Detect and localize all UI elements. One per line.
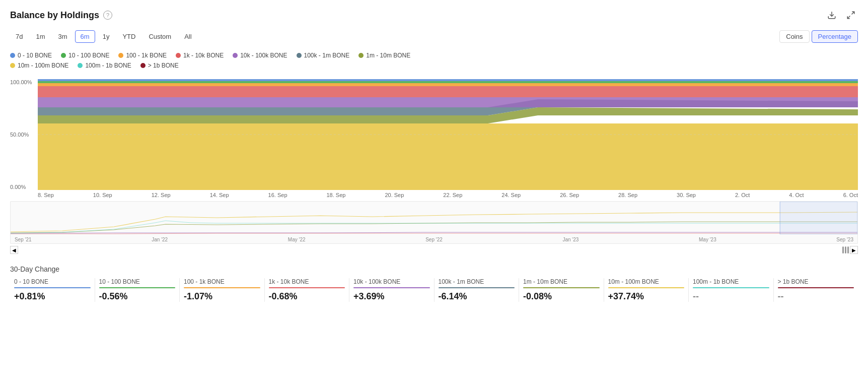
- controls-row: 7d 1m 3m 6m 1y YTD Custom All Coins Perc…: [10, 30, 858, 43]
- change-col-line-0: [14, 287, 91, 288]
- svg-rect-12: [780, 202, 857, 234]
- legend-label-7: 10m - 100m BONE: [18, 62, 68, 69]
- svg-marker-3: [38, 123, 858, 190]
- mini-x-jan23: Jan '23: [562, 237, 578, 242]
- change-col-line-4: [353, 287, 430, 288]
- legend-label-1: 10 - 100 BONE: [68, 52, 109, 59]
- x-label-14: 6. Oct: [843, 192, 858, 198]
- change-col-value-5: -6.14%: [439, 291, 515, 302]
- time-filter-1y[interactable]: 1y: [97, 30, 115, 43]
- time-filter-3m[interactable]: 3m: [53, 30, 73, 43]
- change-col-line-2: [184, 287, 260, 288]
- page-title: Balance by Holdings: [10, 10, 99, 21]
- svg-line-2: [847, 16, 850, 19]
- change-col-5: 100k - 1m BONE -6.14%: [435, 278, 520, 302]
- change-col-line-7: [608, 287, 685, 288]
- x-label-6: 20. Sep: [385, 192, 404, 198]
- legend-dot-3: [176, 53, 181, 58]
- change-col-value-2: -1.07%: [184, 291, 260, 302]
- legend-label-0: 0 - 10 BONE: [18, 52, 52, 59]
- time-filter-6m[interactable]: 6m: [75, 30, 95, 43]
- change-col-name-5: 100k - 1m BONE: [439, 278, 515, 285]
- download-button[interactable]: [825, 8, 839, 22]
- change-col-1: 10 - 100 BONE -0.56%: [95, 278, 180, 302]
- main-chart-svg: [38, 79, 858, 190]
- svg-marker-7: [38, 86, 858, 97]
- x-label-4: 16. Sep: [268, 192, 287, 198]
- mini-chart-container[interactable]: Sep '21 Jan '22 May '22 Sep '22 Jan '23 …: [10, 201, 858, 244]
- page-container: Balance by Holdings ?: [0, 0, 868, 384]
- change-col-7: 10m - 100m BONE +37.74%: [604, 278, 689, 302]
- legend-dot-1: [61, 53, 66, 58]
- legend-item-3: 1k - 10k BONE: [176, 52, 224, 59]
- x-label-10: 28. Sep: [618, 192, 637, 198]
- time-filters: 7d 1m 3m 6m 1y YTD Custom All: [10, 30, 197, 43]
- legend-label-6: 1m - 10m BONE: [366, 52, 410, 59]
- legend-item-5: 100k - 1m BONE: [297, 52, 350, 59]
- y-label-mid: 50.00%: [10, 132, 38, 138]
- change-col-3: 1k - 10k BONE -0.68%: [265, 278, 350, 302]
- time-filter-1m[interactable]: 1m: [30, 30, 50, 43]
- scroll-right-button[interactable]: ▶: [850, 246, 858, 254]
- change-section: 30-Day Change 0 - 10 BONE +0.81% 10 - 10…: [10, 261, 858, 302]
- change-col-line-5: [439, 287, 515, 288]
- change-col-name-4: 10k - 100k BONE: [353, 278, 430, 285]
- mini-x-sep23: Sep '23: [836, 237, 853, 242]
- legend-dot-7: [10, 63, 15, 68]
- change-col-6: 1m - 10m BONE -0.08%: [519, 278, 604, 302]
- change-col-name-3: 1k - 10k BONE: [269, 278, 345, 285]
- expand-button[interactable]: [844, 8, 858, 22]
- mini-x-sep22: Sep '22: [425, 237, 443, 242]
- x-label-7: 22. Sep: [443, 192, 462, 198]
- change-col-name-1: 10 - 100 BONE: [99, 278, 176, 285]
- change-col-line-1: [99, 287, 176, 288]
- x-label-9: 26. Sep: [560, 192, 579, 198]
- header-left: Balance by Holdings ?: [10, 10, 112, 21]
- view-percentage-button[interactable]: Percentage: [812, 30, 858, 43]
- x-label-12: 2. Oct: [735, 192, 750, 198]
- legend-dot-0: [10, 53, 15, 58]
- legend-item-7: 10m - 100m BONE: [10, 62, 68, 69]
- time-filter-ytd[interactable]: YTD: [117, 30, 141, 43]
- legend-item-2: 100 - 1k BONE: [118, 52, 167, 59]
- x-label-2: 12. Sep: [152, 192, 171, 198]
- time-filter-custom[interactable]: Custom: [143, 30, 177, 43]
- mini-x-jan22: Jan '22: [152, 237, 168, 242]
- time-filter-7d[interactable]: 7d: [10, 30, 28, 43]
- change-col-value-3: -0.68%: [269, 291, 345, 302]
- view-coins-button[interactable]: Coins: [779, 30, 809, 43]
- legend-label-5: 100k - 1m BONE: [304, 52, 350, 59]
- legend-item-6: 1m - 10m BONE: [358, 52, 410, 59]
- change-col-name-9: > 1b BONE: [778, 278, 854, 285]
- mini-chart-svg: [11, 202, 857, 234]
- change-col-value-1: -0.56%: [99, 291, 176, 302]
- legend-item-4: 10k - 100k BONE: [233, 52, 287, 59]
- info-icon[interactable]: ?: [103, 11, 112, 20]
- scroll-handle-3: [847, 246, 849, 253]
- svg-marker-6: [38, 97, 858, 107]
- x-label-1: 10. Sep: [93, 192, 112, 198]
- legend-item-8: 100m - 1b BONE: [78, 62, 131, 69]
- scroll-left-button[interactable]: ◀: [10, 246, 18, 254]
- scroll-controls: ◀ ▶: [10, 246, 858, 254]
- legend-label-8: 100m - 1b BONE: [85, 62, 131, 69]
- change-col-name-6: 1m - 10m BONE: [523, 278, 600, 285]
- change-col-value-8: --: [693, 291, 769, 302]
- mini-x-may23: May '23: [699, 237, 716, 242]
- change-col-line-8: [693, 287, 769, 288]
- y-label-bottom: 0.00%: [10, 184, 38, 190]
- change-col-8: 100m - 1b BONE --: [689, 278, 774, 302]
- legend-dot-2: [118, 53, 123, 58]
- header: Balance by Holdings ?: [10, 8, 858, 22]
- change-col-value-9: --: [778, 291, 854, 302]
- svg-marker-10: [38, 79, 858, 81]
- change-col-value-4: +3.69%: [353, 291, 430, 302]
- time-filter-all[interactable]: All: [179, 30, 197, 43]
- change-col-4: 10k - 100k BONE +3.69%: [349, 278, 435, 302]
- legend-dot-9: [140, 63, 146, 68]
- change-col-9: > 1b BONE --: [774, 278, 858, 302]
- x-label-5: 18. Sep: [327, 192, 346, 198]
- change-col-value-6: -0.08%: [523, 291, 600, 302]
- legend-label-3: 1k - 10k BONE: [183, 52, 224, 59]
- change-col-value-0: +0.81%: [14, 291, 91, 302]
